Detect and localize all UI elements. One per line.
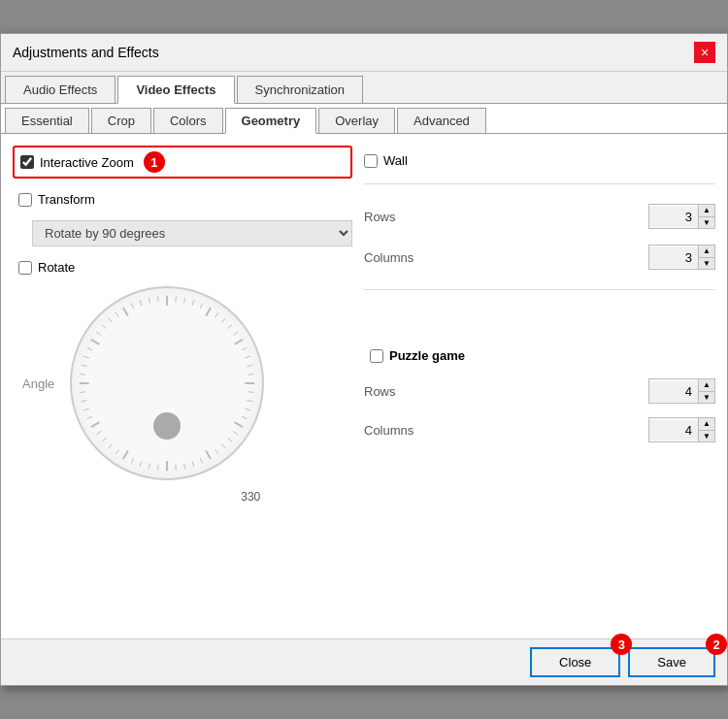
close-btn-wrapper: 3 Close <box>530 647 620 677</box>
svg-line-40 <box>91 422 100 427</box>
interactive-zoom-row: Interactive Zoom 1 <box>13 146 352 179</box>
tab-essential[interactable]: Essential <box>5 108 89 133</box>
svg-line-14 <box>248 375 254 376</box>
puzzle-columns-up-button[interactable]: ▲ <box>699 418 714 430</box>
columns-row: Columns ▲ ▼ <box>364 241 715 274</box>
rotate-section: Rotate Angle 330 <box>13 256 352 480</box>
tab-crop[interactable]: Crop <box>91 108 151 133</box>
wall-row: Wall <box>364 153 715 168</box>
transform-checkbox[interactable] <box>18 193 32 207</box>
svg-line-33 <box>140 461 142 467</box>
tabs-row2: Essential Crop Colors Geometry Overlay A… <box>1 104 727 134</box>
columns-up-button[interactable]: ▲ <box>699 245 714 257</box>
tab-audio-effects[interactable]: Audio Effects <box>5 76 116 103</box>
rotate-by-select[interactable]: Rotate by 90 degrees Rotate by 180 degre… <box>32 220 352 246</box>
svg-line-55 <box>123 308 128 316</box>
rotate-by-wrapper: Rotate by 90 degrees Rotate by 180 degre… <box>13 220 352 246</box>
wall-checkbox[interactable] <box>364 154 378 168</box>
svg-line-39 <box>96 431 101 435</box>
svg-line-3 <box>192 300 194 306</box>
puzzle-columns-row: Columns ▲ ▼ <box>364 413 715 446</box>
tab-video-effects[interactable]: Video Effects <box>117 76 234 104</box>
title-bar: Adjustments and Effects × <box>1 34 727 72</box>
puzzle-rows-down-button[interactable]: ▼ <box>699 391 714 403</box>
badge-1: 1 <box>144 151 165 173</box>
tab-colors[interactable]: Colors <box>153 108 223 133</box>
svg-line-7 <box>222 318 226 322</box>
left-panel: Interactive Zoom 1 Transform Rotate by 9… <box>13 146 352 627</box>
columns-spin-buttons: ▲ ▼ <box>698 245 714 269</box>
rows-row: Rows ▲ ▼ <box>364 200 715 233</box>
tab-advanced[interactable]: Advanced <box>397 108 486 133</box>
interactive-zoom-checkbox[interactable] <box>20 155 34 169</box>
knob-ticks-svg <box>72 288 262 478</box>
interactive-zoom-label: Interactive Zoom <box>40 155 134 170</box>
columns-spinbox[interactable]: ▲ ▼ <box>648 245 715 270</box>
puzzle-checkbox[interactable] <box>370 349 383 363</box>
puzzle-columns-label: Columns <box>364 423 414 438</box>
svg-line-16 <box>248 392 254 393</box>
rows-down-button[interactable]: ▼ <box>699 216 714 228</box>
svg-line-59 <box>158 296 159 302</box>
knob-dial[interactable] <box>70 286 264 480</box>
svg-line-41 <box>87 416 92 418</box>
svg-line-48 <box>84 356 90 358</box>
puzzle-rows-up-button[interactable]: ▲ <box>699 379 714 391</box>
close-title-button[interactable]: × <box>694 42 715 63</box>
save-button[interactable]: Save <box>628 647 715 677</box>
svg-line-51 <box>96 332 101 336</box>
wall-label: Wall <box>383 153 408 168</box>
puzzle-rows-input[interactable] <box>649 381 698 402</box>
puzzle-columns-spin-buttons: ▲ ▼ <box>698 418 714 441</box>
rotate-row: Rotate <box>13 256 352 278</box>
svg-line-13 <box>248 365 253 366</box>
svg-line-25 <box>206 451 211 460</box>
svg-line-37 <box>109 444 113 448</box>
columns-input[interactable] <box>649 247 698 268</box>
svg-line-49 <box>87 347 92 349</box>
svg-line-10 <box>235 340 244 344</box>
svg-line-23 <box>222 444 226 448</box>
svg-line-2 <box>184 298 185 304</box>
tab-overlay[interactable]: Overlay <box>318 108 395 133</box>
badge-2: 2 <box>706 634 727 655</box>
svg-line-4 <box>201 304 203 309</box>
adjustments-dialog: Adjustments and Effects × Audio Effects … <box>0 33 728 686</box>
svg-line-21 <box>233 431 238 435</box>
svg-line-52 <box>102 325 106 329</box>
svg-line-46 <box>81 375 86 376</box>
svg-line-58 <box>149 298 150 304</box>
svg-line-54 <box>116 312 119 317</box>
puzzle-rows-spinbox[interactable]: ▲ ▼ <box>648 378 715 404</box>
knob-dot <box>153 412 181 440</box>
svg-line-1 <box>176 296 177 302</box>
columns-down-button[interactable]: ▼ <box>699 257 714 269</box>
svg-line-6 <box>215 312 219 317</box>
svg-line-8 <box>228 325 232 329</box>
puzzle-columns-input[interactable] <box>649 420 698 441</box>
rotate-checkbox[interactable] <box>18 261 32 275</box>
puzzle-rows-row: Rows ▲ ▼ <box>364 375 715 408</box>
svg-line-35 <box>123 451 128 460</box>
svg-line-5 <box>206 308 211 316</box>
puzzle-columns-spinbox[interactable]: ▲ ▼ <box>648 417 715 442</box>
tab-synchronization[interactable]: Synchronization <box>237 76 364 103</box>
rows-input[interactable] <box>649 207 698 227</box>
svg-line-20 <box>235 422 244 427</box>
rows-spin-buttons: ▲ ▼ <box>698 205 714 228</box>
svg-line-18 <box>245 409 250 410</box>
tabs-row1: Audio Effects Video Effects Synchronizat… <box>1 72 727 104</box>
svg-line-12 <box>245 356 250 358</box>
rows-spinbox[interactable]: ▲ ▼ <box>648 204 715 229</box>
svg-line-57 <box>140 300 142 306</box>
rows-up-button[interactable]: ▲ <box>699 205 714 216</box>
columns-label: Columns <box>364 250 414 265</box>
tab-geometry[interactable]: Geometry <box>225 108 317 134</box>
puzzle-columns-down-button[interactable]: ▼ <box>699 430 714 441</box>
svg-line-27 <box>192 461 194 467</box>
svg-line-44 <box>81 392 86 393</box>
svg-line-22 <box>228 438 232 441</box>
knob-wrapper[interactable]: 330 <box>70 286 264 480</box>
close-button[interactable]: Close <box>530 647 620 677</box>
rows-label: Rows <box>364 210 396 224</box>
